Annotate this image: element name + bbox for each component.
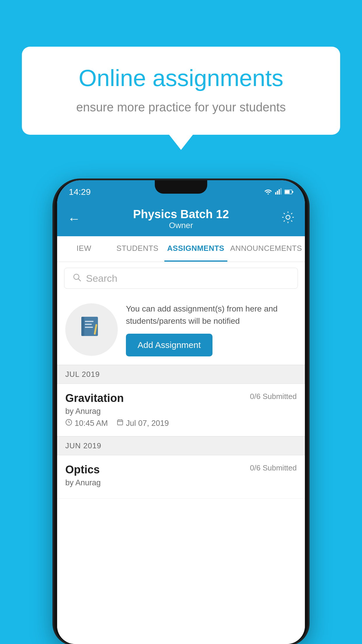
- assignment-title: Gravitation: [65, 392, 124, 405]
- assignment-date: Jul 07, 2019: [117, 419, 169, 428]
- assignment-meta: 10:45 AM Jul 07, 2019: [65, 419, 297, 428]
- assignment-row-top: Gravitation 0/6 Submitted: [65, 392, 297, 405]
- clock-icon: [65, 419, 72, 428]
- svg-rect-7: [292, 191, 293, 193]
- phone-screen: 14:29: [57, 180, 305, 644]
- assignment-author: by Anurag: [65, 407, 297, 416]
- month-separator-jun: JUN 2019: [57, 436, 305, 455]
- back-button[interactable]: ←: [68, 211, 80, 226]
- assignment-time: 10:45 AM: [65, 419, 108, 428]
- assignment-icon-circle: [65, 303, 118, 356]
- tab-students[interactable]: STUDENTS: [111, 236, 164, 262]
- wifi-icon: [264, 188, 272, 197]
- svg-rect-18: [117, 420, 123, 425]
- status-time: 14:29: [69, 187, 91, 197]
- assignment-author-optics: by Anurag: [65, 478, 297, 487]
- svg-rect-4: [280, 188, 282, 195]
- promo-banner: Online assignments ensure more practice …: [22, 47, 340, 135]
- svg-point-8: [286, 215, 290, 219]
- tab-assignments[interactable]: ASSIGNMENTS: [164, 236, 227, 262]
- calendar-icon: [117, 419, 124, 428]
- promo-description: You can add assignment(s) from here and …: [126, 303, 297, 327]
- assignment-row-top-optics: Optics 0/6 Submitted: [65, 463, 297, 476]
- svg-rect-13: [85, 321, 94, 322]
- svg-rect-6: [285, 190, 290, 193]
- phone-notch: [155, 180, 207, 194]
- speech-bubble: Online assignments ensure more practice …: [22, 47, 340, 135]
- search-icon: [73, 273, 81, 284]
- promo-card: You can add assignment(s) from here and …: [57, 295, 305, 365]
- tab-bar: IEW STUDENTS ASSIGNMENTS ANNOUNCEMENTS: [57, 236, 305, 262]
- add-assignment-button[interactable]: Add Assignment: [126, 334, 212, 356]
- battery-icon: [284, 188, 293, 197]
- phone-frame: 14:29: [54, 180, 308, 644]
- svg-rect-15: [85, 327, 93, 328]
- svg-rect-14: [85, 324, 92, 325]
- svg-point-0: [268, 193, 269, 195]
- settings-icon[interactable]: [282, 211, 294, 227]
- assignment-item-optics[interactable]: Optics 0/6 Submitted by Anurag: [57, 455, 305, 499]
- header-center: Physics Batch 12 Owner: [133, 208, 229, 230]
- content-area: Search: [57, 262, 305, 644]
- svg-line-10: [78, 279, 81, 281]
- bubble-subtitle: ensure more practice for your students: [45, 100, 317, 114]
- header-title: Physics Batch 12: [133, 208, 229, 221]
- search-container: Search: [57, 262, 305, 295]
- assignment-submitted: 0/6 Submitted: [250, 392, 297, 401]
- bubble-title: Online assignments: [45, 64, 317, 92]
- tab-announcements[interactable]: ANNOUNCEMENTS: [227, 236, 305, 262]
- tab-overview[interactable]: IEW: [57, 236, 111, 262]
- search-bar[interactable]: Search: [64, 268, 298, 289]
- svg-rect-3: [279, 189, 280, 195]
- svg-rect-1: [275, 192, 276, 195]
- header-subtitle: Owner: [133, 221, 229, 230]
- assignment-item-gravitation[interactable]: Gravitation 0/6 Submitted by Anurag 10:4…: [57, 384, 305, 436]
- assignment-title-optics: Optics: [65, 463, 100, 476]
- app-header: ← Physics Batch 12 Owner: [57, 201, 305, 236]
- status-icons: [264, 188, 293, 197]
- svg-point-9: [74, 274, 79, 279]
- signal-icon: [275, 188, 282, 197]
- assignment-submitted-optics: 0/6 Submitted: [250, 463, 297, 473]
- month-separator-jul: JUL 2019: [57, 365, 305, 384]
- svg-rect-2: [277, 191, 278, 195]
- search-input[interactable]: Search: [86, 273, 117, 284]
- promo-text-area: You can add assignment(s) from here and …: [126, 303, 297, 356]
- svg-rect-12: [81, 317, 84, 336]
- notebook-icon: [78, 314, 105, 346]
